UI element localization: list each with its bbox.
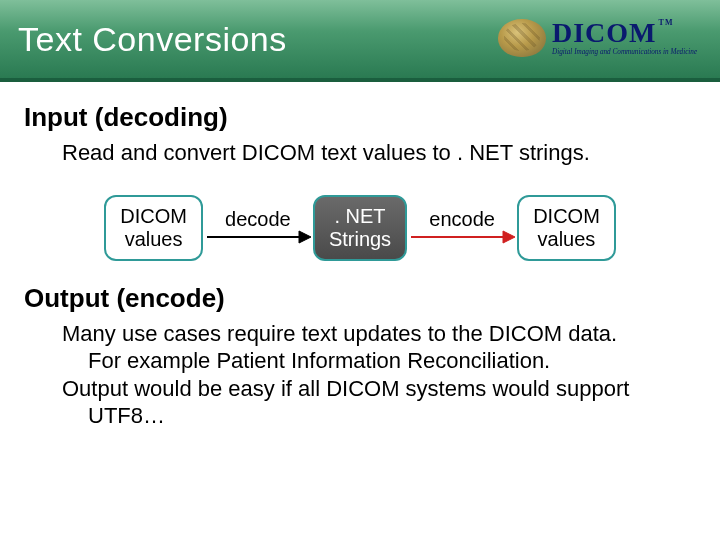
output-heading: Output (encode) [24,283,696,314]
node-text: values [533,228,600,251]
dicom-logo: DICOM TM Digital Imaging and Communicati… [498,8,708,68]
slide-title: Text Conversions [18,20,287,59]
node-text: values [120,228,187,251]
arrow-right-icon [407,227,517,247]
logo-tm: TM [659,19,674,27]
node-dicom-values-right: DICOM values [517,195,616,261]
slide: Text Conversions DICOM TM Digital Imagin… [0,0,720,540]
node-dicom-values-left: DICOM values [104,195,203,261]
output-line: Many use cases require text updates to t… [62,321,617,346]
arrow-right-icon [203,227,313,247]
node-text: DICOM [120,205,187,228]
node-text: . NET [329,205,391,228]
logo-brand: DICOM TM [552,19,697,47]
flow-diagram: DICOM values decode . NET Strings encode [24,195,696,261]
title-bar: Text Conversions DICOM TM Digital Imagin… [0,0,720,78]
svg-marker-1 [299,231,311,243]
input-text: Read and convert DICOM text values to . … [62,139,696,167]
logo-text: DICOM TM Digital Imaging and Communicati… [552,19,697,56]
output-line: Output would be easy if all DICOM system… [62,376,629,401]
logo-tagline: Digital Imaging and Communications in Me… [552,49,697,56]
node-text: DICOM [533,205,600,228]
input-heading: Input (decoding) [24,102,696,133]
svg-marker-3 [503,231,515,243]
logo-brand-text: DICOM [552,19,657,47]
edge-decode: decode [203,208,313,247]
output-text: Many use cases require text updates to t… [62,320,696,430]
node-net-strings: . NET Strings [313,195,407,261]
globe-icon [498,19,546,57]
slide-body: Input (decoding) Read and convert DICOM … [0,82,720,430]
edge-encode: encode [407,208,517,247]
output-line: UTF8… [88,402,165,430]
output-line: For example Patient Information Reconcil… [88,347,550,375]
node-text: Strings [329,228,391,251]
